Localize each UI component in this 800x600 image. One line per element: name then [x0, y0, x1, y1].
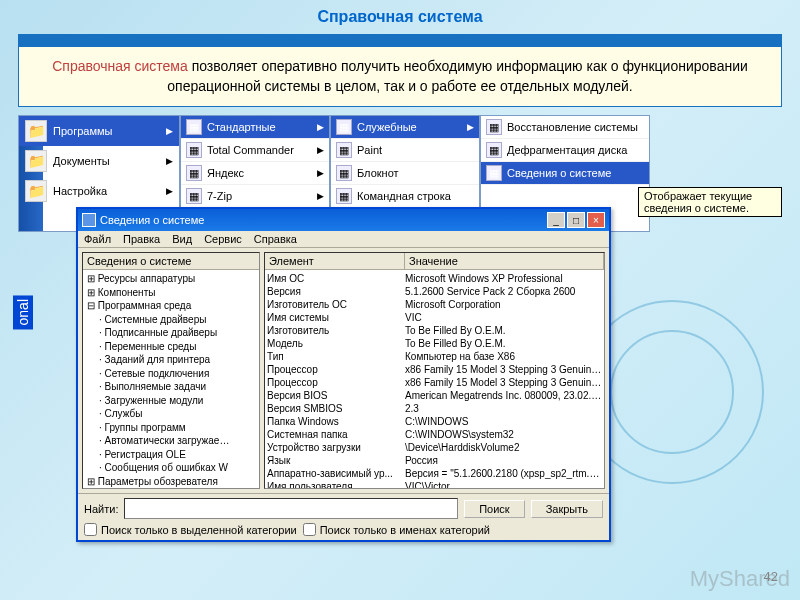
menu-item[interactable]: ▦Paint — [331, 139, 479, 162]
program-icon: ▦ — [186, 188, 202, 204]
list-row[interactable]: Системная папкаC:\WINDOWS\system32 — [267, 428, 602, 441]
tree-item[interactable]: Выполняемые задачи — [85, 380, 257, 394]
menu-item[interactable]: ▦Яндекс▶ — [181, 162, 329, 185]
desc-text: позволяет оперативно получить необходиму… — [167, 58, 747, 94]
window-title: Сведения о системе — [100, 214, 547, 226]
menu-item[interactable]: ▦7-Zip▶ — [181, 185, 329, 208]
program-icon: ▦ — [336, 119, 352, 135]
menu-Правка[interactable]: Правка — [123, 233, 160, 245]
tree-item[interactable]: Группы программ — [85, 421, 257, 435]
menu-Сервис[interactable]: Сервис — [204, 233, 242, 245]
chk-selected-category[interactable]: Поиск только в выделенной категории — [84, 523, 297, 536]
list-row[interactable]: ИзготовительTo Be Filled By O.E.M. — [267, 324, 602, 337]
tree-item[interactable]: Компоненты — [85, 286, 257, 300]
menu-Файл[interactable]: Файл — [84, 233, 111, 245]
list-row[interactable]: Изготовитель ОСMicrosoft Corporation — [267, 298, 602, 311]
menu-Справка[interactable]: Справка — [254, 233, 297, 245]
xp-sidebar-fragment: onal — [13, 295, 33, 329]
close-button[interactable]: × — [587, 212, 605, 228]
program-icon: ▦ — [186, 165, 202, 181]
list-row[interactable]: ЯзыкРоссия — [267, 454, 602, 467]
tree-item[interactable]: Системные драйверы — [85, 313, 257, 327]
program-icon: ▦ — [486, 165, 502, 181]
tree-pane[interactable]: Сведения о системе Ресурсы аппаратурыКом… — [82, 252, 260, 489]
slide-title: Справочная система — [0, 0, 800, 34]
col-element[interactable]: Элемент — [265, 253, 405, 269]
start-menu-item[interactable]: 📁Программы▶ — [19, 116, 179, 146]
tree-item[interactable]: Приложения Office 2003 — [85, 488, 257, 489]
program-icon: ▦ — [336, 188, 352, 204]
program-icon: ▦ — [486, 119, 502, 135]
chk-category-names[interactable]: Поиск только в именах категорий — [303, 523, 490, 536]
list-pane[interactable]: Элемент Значение Имя ОСMicrosoft Windows… — [264, 252, 605, 489]
find-label: Найти: — [84, 503, 118, 515]
description-box: Справочная система позволяет оперативно … — [18, 46, 782, 107]
watermark: MyShared — [690, 566, 790, 592]
tree-item[interactable]: Службы — [85, 407, 257, 421]
titlebar[interactable]: Сведения о системе _ □ × — [78, 209, 609, 231]
minimize-button[interactable]: _ — [547, 212, 565, 228]
list-header: Элемент Значение — [265, 253, 604, 270]
list-row[interactable]: Устройство загрузки\Device\HarddiskVolum… — [267, 441, 602, 454]
tree-item[interactable]: Автоматически загружае… — [85, 434, 257, 448]
start-menu-item[interactable]: 📁Документы▶ — [19, 146, 179, 176]
program-icon: ▦ — [336, 142, 352, 158]
desc-emphasis: Справочная система — [52, 58, 188, 74]
list-row[interactable]: Имя пользователяVIC\Victor — [267, 480, 602, 489]
menu-item[interactable]: ▦Дефрагментация диска — [481, 139, 649, 162]
tree-item[interactable]: Параметры обозревателя — [85, 475, 257, 489]
list-row[interactable]: Версия BIOSAmerican Megatrends Inc. 0800… — [267, 389, 602, 402]
menu-item[interactable]: ▦Командная строка — [331, 185, 479, 208]
list-row[interactable]: Папка WindowsC:\WINDOWS — [267, 415, 602, 428]
program-icon: ▦ — [186, 142, 202, 158]
menu-item[interactable]: ▦Блокнот — [331, 162, 479, 185]
program-icon: ▦ — [186, 119, 202, 135]
list-row[interactable]: Аппаратно-зависимый ур...Версия = "5.1.2… — [267, 467, 602, 480]
menu-Вид[interactable]: Вид — [172, 233, 192, 245]
tree-item[interactable]: Подписанные драйверы — [85, 326, 257, 340]
menu-item[interactable]: ▦Сведения о системе — [481, 162, 649, 185]
header-band — [18, 34, 782, 46]
list-row[interactable]: Версия SMBIOS2.3 — [267, 402, 602, 415]
tree-item[interactable]: Переменные среды — [85, 340, 257, 354]
tree-header: Сведения о системе — [83, 253, 259, 270]
find-button[interactable]: Поиск — [464, 500, 524, 518]
list-row[interactable]: Процессорx86 Family 15 Model 3 Stepping … — [267, 363, 602, 376]
program-icon: ▦ — [336, 165, 352, 181]
tooltip: Отображает текущие сведения о системе. — [638, 187, 782, 217]
find-input[interactable] — [124, 498, 458, 519]
list-row[interactable]: Имя ОСMicrosoft Windows XP Professional — [267, 272, 602, 285]
menu-item[interactable]: ▦Стандартные▶ — [181, 116, 329, 139]
menu-item[interactable]: ▦Восстановление системы — [481, 116, 649, 139]
close-search-button[interactable]: Закрыть — [531, 500, 603, 518]
tree-item[interactable]: Заданий для принтера — [85, 353, 257, 367]
tree-item[interactable]: Сетевые подключения — [85, 367, 257, 381]
list-row[interactable]: МодельTo Be Filled By O.E.M. — [267, 337, 602, 350]
program-icon: ▦ — [486, 142, 502, 158]
tree-item[interactable]: Ресурсы аппаратуры — [85, 272, 257, 286]
tree-item[interactable]: Регистрация OLE — [85, 448, 257, 462]
app-icon — [82, 213, 96, 227]
col-value[interactable]: Значение — [405, 253, 604, 269]
screenshot-area: onal 📁Программы▶📁Документы▶📁Настройка▶ ▦… — [18, 115, 782, 545]
start-menu-item[interactable]: 📁Настройка▶ — [19, 176, 179, 206]
list-row[interactable]: Версия5.1.2600 Service Pack 2 Сборка 260… — [267, 285, 602, 298]
list-row[interactable]: ТипКомпьютер на базе X86 — [267, 350, 602, 363]
list-row[interactable]: Имя системыVIC — [267, 311, 602, 324]
find-bar: Найти: Поиск Закрыть Поиск только в выде… — [78, 493, 609, 540]
tree-item[interactable]: Программная среда — [85, 299, 257, 313]
menu-item[interactable]: ▦Служебные▶ — [331, 116, 479, 139]
tree-item[interactable]: Загруженные модули — [85, 394, 257, 408]
menu-item[interactable]: ▦Total Commander▶ — [181, 139, 329, 162]
folder-icon: 📁 — [25, 180, 47, 202]
sysinfo-window: Сведения о системе _ □ × ФайлПравкаВидСе… — [76, 207, 611, 542]
folder-icon: 📁 — [25, 120, 47, 142]
list-row[interactable]: Процессорx86 Family 15 Model 3 Stepping … — [267, 376, 602, 389]
maximize-button[interactable]: □ — [567, 212, 585, 228]
tree-item[interactable]: Сообщения об ошибках W — [85, 461, 257, 475]
folder-icon: 📁 — [25, 150, 47, 172]
menubar: ФайлПравкаВидСервисСправка — [78, 231, 609, 248]
